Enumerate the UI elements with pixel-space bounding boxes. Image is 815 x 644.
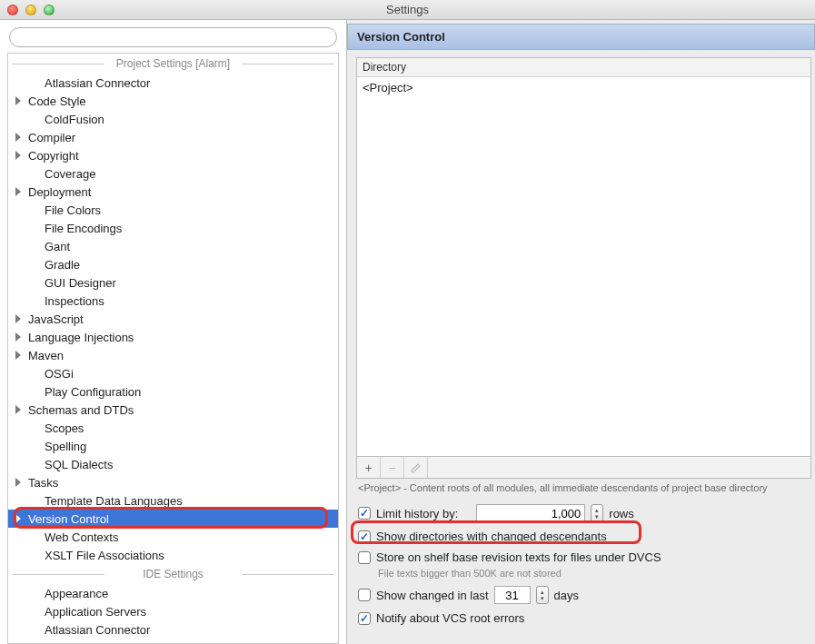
tree-item[interactable]: Inspections [8,292,338,310]
tree-item-label: Template Data Languages [45,494,183,508]
tree-item[interactable]: Web Contexts [8,528,338,546]
tree-item[interactable]: OSGi [8,364,338,382]
chevron-right-icon[interactable] [15,96,21,105]
remove-button[interactable]: − [381,457,404,478]
edit-button[interactable] [404,457,428,478]
tree-item[interactable]: SQL Dialects [8,455,338,473]
tree-item-label: Gant [45,240,70,253]
tree-item[interactable]: Spelling [8,437,338,455]
opt-limit-label: Limit history by: [376,507,458,520]
stepper-icon[interactable]: ▴▾ [536,586,549,604]
search-input[interactable] [9,27,337,47]
directory-column-header[interactable]: Directory [357,58,810,77]
section-header-ide: IDE Settings [8,568,338,580]
tree-item-label: File Encodings [45,222,122,235]
tree-item-label: Tasks [28,476,58,490]
tree-item[interactable]: XSLT File Associations [8,546,338,564]
tree-item[interactable]: Compiler [8,128,338,146]
tree-item[interactable]: ColdFusion [8,110,338,128]
tree-item-label: Compiler [28,131,75,144]
stepper-icon[interactable]: ▴▾ [591,504,603,522]
tree-item[interactable]: Language Injections [8,328,338,346]
tree-item-label: Inspections [45,294,104,308]
checkbox-icon[interactable] [358,551,371,564]
opt-notify-vcs[interactable]: Notify about VCS root errors [358,608,810,629]
directory-toolbar: + − [356,457,811,479]
opt-limit-unit: rows [609,507,633,520]
section-header-project: Project Settings [Alarm] [8,57,338,70]
tree-item[interactable]: Gant [8,237,338,255]
tree-item-label: XSLT File Associations [45,549,164,562]
show-changed-input[interactable] [494,586,531,604]
settings-tree[interactable]: Project Settings [Alarm] Atlassian Conne… [7,53,339,644]
tree-item[interactable]: Play Configuration [8,382,338,401]
opt-show-dirs-label: Show directories with changed descendant… [376,530,607,543]
chevron-right-icon[interactable] [15,314,21,323]
tree-item-label: SQL Dialects [45,458,113,471]
tree-item[interactable]: Scopes [8,419,338,437]
opt-show-changed-label: Show changed in last [376,589,489,602]
tree-item[interactable]: File Colors [8,201,338,219]
tree-item-label: Version Control [28,512,109,526]
tree-item-label: Play Configuration [45,385,141,399]
tree-item-label: Schemas and DTDs [28,403,134,417]
tree-item-label: Gradle [45,258,80,272]
chevron-right-icon[interactable] [15,133,21,142]
tree-item-label: Deployment [28,185,91,199]
tree-item[interactable]: JavaScript [8,310,338,328]
tree-item[interactable]: Application Servers [8,602,338,620]
opt-show-changed[interactable]: Show changed in last ▴▾ days [358,582,810,608]
chevron-right-icon[interactable] [15,478,21,487]
tree-item-label: OSGi [45,367,74,381]
tree-item-label: GUI Designer [45,276,116,290]
tree-item[interactable]: Code Style [8,92,338,110]
opt-store-shelf[interactable]: Store on shelf base revision texts for f… [358,547,810,568]
tree-item[interactable]: Version Control [8,510,338,528]
checkbox-icon[interactable] [358,589,371,601]
vcs-options: Limit history by: ▴▾ rows Show directori… [347,493,815,629]
tree-item[interactable]: Maven [8,346,338,364]
tree-item[interactable]: GUI Designer [8,273,338,292]
tree-item[interactable]: Template Data Languages [8,491,338,510]
tree-item-label: Scopes [45,421,84,435]
checkbox-icon[interactable] [358,507,371,520]
tree-item[interactable]: Coverage [8,164,338,183]
tree-item-label: Language Injections [28,331,134,344]
directory-row[interactable]: <Project> [357,77,810,456]
opt-notify-label: Notify about VCS root errors [376,611,524,625]
tree-item[interactable]: Schemas and DTDs [8,401,338,419]
chevron-right-icon[interactable] [15,514,21,523]
checkbox-icon[interactable] [358,530,371,543]
tree-item[interactable]: Atlassian Connector [8,620,338,639]
opt-show-directories[interactable]: Show directories with changed descendant… [358,526,810,547]
limit-history-input[interactable] [476,504,585,522]
tree-item-label: Application Servers [45,605,146,619]
tree-item-label: Atlassian Connector [45,623,150,637]
opt-limit-history[interactable]: Limit history by: ▴▾ rows [358,500,810,526]
tree-item-label: File Colors [45,203,101,217]
chevron-right-icon[interactable] [15,351,21,360]
panel-title: Version Control [347,24,815,50]
chevron-right-icon[interactable] [15,405,21,414]
opt-store-shelf-label: Store on shelf base revision texts for f… [376,550,661,564]
tree-item-label: Web Contexts [45,530,118,544]
tree-item[interactable]: Tasks [8,473,338,491]
tree-item-label: Appearance [45,587,108,600]
tree-item[interactable]: Atlassian Connector [8,74,338,92]
sidebar: Project Settings [Alarm] Atlassian Conne… [0,20,347,644]
add-button[interactable]: + [357,457,381,478]
tree-item-label: JavaScript [28,312,84,326]
chevron-right-icon[interactable] [15,332,21,342]
tree-item[interactable]: File Encodings [8,219,338,237]
tree-item[interactable]: Deployment [8,183,338,201]
tree-item[interactable]: Copyright [8,146,338,164]
directory-help-text: <Project> - Content roots of all modules… [347,479,815,493]
directory-table: Directory <Project> [356,57,811,457]
tree-item[interactable]: Console Folding [8,639,338,644]
checkbox-icon[interactable] [358,612,371,625]
chevron-right-icon[interactable] [15,187,21,196]
chevron-right-icon[interactable] [15,151,21,160]
tree-item[interactable]: Gradle [8,255,338,273]
opt-store-shelf-note: File texts bigger than 500K are not stor… [358,568,810,582]
tree-item[interactable]: Appearance [8,584,338,602]
